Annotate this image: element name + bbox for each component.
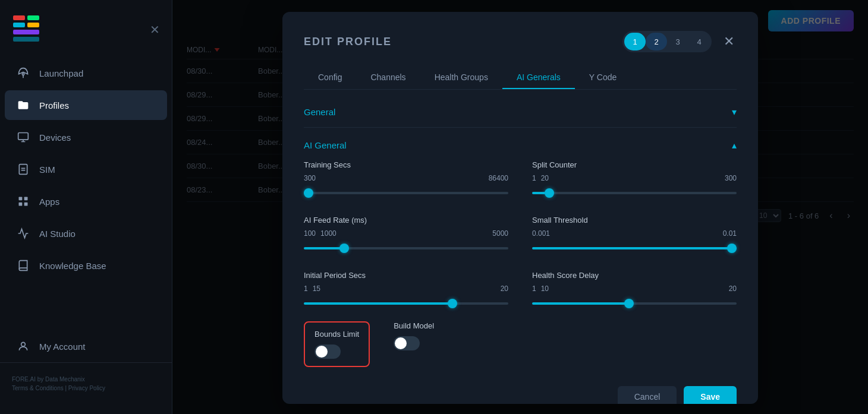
- step-3-button[interactable]: 3: [667, 33, 688, 50]
- sidebar-item-launchpad[interactable]: Launchpad: [5, 58, 167, 88]
- build-model-label: Build Model: [394, 321, 434, 330]
- edit-profile-modal: EDIT PROFILE 1 2 3 4 ✕ Config Channels H…: [282, 12, 758, 404]
- main-content: ADD PROFILE MODI... MODI... 08/30...Bobe…: [172, 0, 868, 414]
- modal-close-button[interactable]: ✕: [721, 33, 737, 50]
- modal-steps: 1 2 3 4: [622, 31, 712, 52]
- ai-feed-rate-max: 5000: [492, 229, 508, 238]
- split-counter-input[interactable]: [532, 192, 737, 194]
- svg-rect-12: [24, 203, 28, 206]
- small-threshold-slider-group: Small Threshold 0.001 0.01: [532, 216, 737, 254]
- bounds-limit-toggle-group: Bounds Limit: [304, 321, 370, 367]
- svg-rect-5: [13, 37, 39, 42]
- tab-config[interactable]: Config: [304, 67, 356, 89]
- small-threshold-max: 0.01: [723, 229, 737, 238]
- training-secs-min: 300: [304, 174, 316, 182]
- ai-general-section-header[interactable]: AI General ▴: [304, 140, 737, 151]
- toggles-row: Bounds Limit Build Model: [304, 321, 737, 367]
- svg-rect-9: [19, 197, 23, 201]
- svg-rect-3: [27, 23, 39, 27]
- initial-period-secs-mid: 15: [313, 285, 320, 293]
- small-threshold-input[interactable]: [532, 247, 737, 249]
- general-chevron-icon: ▾: [732, 106, 737, 118]
- monitor-icon: [17, 131, 30, 144]
- chart-icon: [17, 227, 30, 240]
- svg-rect-4: [13, 30, 39, 34]
- svg-rect-8: [19, 165, 27, 175]
- svg-rect-10: [24, 197, 28, 201]
- bounds-limit-label: Bounds Limit: [315, 330, 359, 339]
- sidebar-item-my-account[interactable]: My Account: [5, 331, 167, 361]
- book-icon: [17, 259, 30, 272]
- initial-period-secs-max: 20: [501, 285, 508, 293]
- split-counter-min2: 20: [541, 174, 549, 182]
- modal-title: EDIT PROFILE: [304, 36, 392, 48]
- initial-period-secs-range: 1 15 20: [304, 285, 508, 293]
- sidebar-item-label: AI Studio: [39, 229, 76, 239]
- health-score-delay-min: 1: [532, 285, 536, 293]
- step-2-button[interactable]: 2: [646, 33, 667, 50]
- rocket-icon: [17, 67, 30, 80]
- general-section-header[interactable]: General ▾: [304, 106, 737, 118]
- ai-feed-rate-input[interactable]: [304, 247, 508, 249]
- sidebar-item-label: My Account: [39, 342, 86, 352]
- ai-feed-rate-range: 100 1000 5000: [304, 229, 508, 238]
- build-model-thumb: [395, 337, 407, 349]
- build-model-toggle-group: Build Model: [394, 321, 434, 367]
- sliders-grid: Training Secs 300 86400 Split Counter 1: [304, 160, 737, 309]
- health-score-delay-range: 1 10 20: [532, 285, 737, 293]
- sidebar-item-label: Apps: [39, 197, 59, 207]
- person-icon: [17, 340, 30, 353]
- health-score-delay-max: 20: [729, 285, 737, 293]
- sidebar-item-label: Knowledge Base: [39, 261, 106, 271]
- bounds-limit-toggle[interactable]: [315, 345, 341, 359]
- sidebar-item-label: SIM: [39, 165, 55, 175]
- small-threshold-track: [532, 242, 737, 254]
- sidebar-item-knowledge-base[interactable]: Knowledge Base: [5, 251, 167, 280]
- initial-period-secs-min: 1: [304, 285, 308, 293]
- initial-period-secs-label: Initial Period Secs: [304, 271, 508, 280]
- health-score-delay-track: [532, 298, 737, 309]
- sidebar-nav: Launchpad Profiles Devices SIM Apps: [0, 57, 172, 362]
- modal-tabs: Config Channels Health Groups AI General…: [304, 67, 737, 90]
- split-counter-max: 300: [725, 174, 737, 182]
- svg-point-13: [21, 342, 26, 346]
- health-score-delay-slider-group: Health Score Delay 1 10 20: [532, 271, 737, 309]
- training-secs-slider-group: Training Secs 300 86400: [304, 160, 508, 199]
- tab-channels[interactable]: Channels: [356, 67, 420, 89]
- step-1-button[interactable]: 1: [624, 33, 646, 50]
- tab-ai-generals[interactable]: AI Generals: [502, 67, 575, 89]
- step-4-button[interactable]: 4: [688, 33, 710, 50]
- initial-period-secs-track: [304, 298, 508, 309]
- training-secs-range: 300 86400: [304, 174, 508, 182]
- health-score-delay-input[interactable]: [532, 302, 737, 305]
- build-model-toggle[interactable]: [394, 336, 420, 350]
- sidebar-item-profiles[interactable]: Profiles: [5, 90, 167, 120]
- sidebar: ✕ Launchpad Profiles Devices SIM: [0, 0, 172, 414]
- sidebar-item-sim[interactable]: SIM: [5, 154, 167, 184]
- cancel-button[interactable]: Cancel: [618, 386, 677, 404]
- health-score-delay-mid: 10: [541, 285, 549, 293]
- training-secs-track: [304, 187, 508, 199]
- sidebar-item-label: Devices: [39, 132, 71, 143]
- svg-rect-1: [13, 23, 25, 27]
- sidebar-version: FORE.AI by Data Mechanix Terms & Conditi…: [0, 370, 172, 397]
- tab-health-groups[interactable]: Health Groups: [420, 67, 502, 89]
- ai-feed-rate-min1: 100: [304, 229, 316, 238]
- save-button[interactable]: Save: [684, 386, 737, 404]
- tab-y-code[interactable]: Y Code: [575, 67, 631, 89]
- ai-feed-rate-track: [304, 242, 508, 254]
- initial-period-secs-input[interactable]: [304, 302, 508, 305]
- sim-icon: [17, 163, 30, 176]
- ai-general-chevron-icon: ▴: [732, 140, 737, 151]
- app-logo: [12, 14, 40, 45]
- split-counter-track: [532, 187, 737, 199]
- close-sidebar-icon[interactable]: ✕: [150, 23, 160, 37]
- sidebar-item-devices[interactable]: Devices: [5, 122, 167, 152]
- split-counter-range: 1 20 300: [532, 174, 737, 182]
- split-counter-label: Split Counter: [532, 160, 737, 169]
- sidebar-item-apps[interactable]: Apps: [5, 187, 167, 216]
- sidebar-item-ai-studio[interactable]: AI Studio: [5, 219, 167, 248]
- sidebar-footer: FORE.AI by Data Mechanix Terms & Conditi…: [0, 362, 172, 404]
- training-secs-input[interactable]: [304, 192, 508, 194]
- sidebar-logo-area: ✕: [0, 10, 172, 57]
